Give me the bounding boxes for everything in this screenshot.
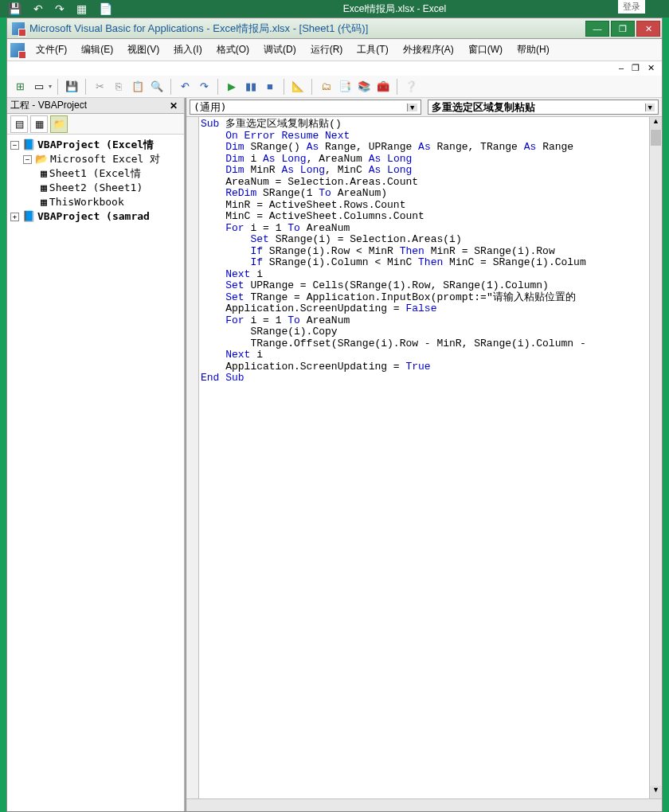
qat-icon[interactable]: 📄: [99, 2, 112, 15]
horizontal-scrollbar[interactable]: [186, 798, 662, 811]
tree-thisworkbook[interactable]: ThisWorkbook: [49, 195, 124, 209]
menu-addins[interactable]: 外接程序(A): [397, 40, 460, 60]
view-object-icon[interactable]: ▦: [30, 115, 48, 133]
project-close-icon[interactable]: ✕: [166, 100, 181, 111]
menu-debug[interactable]: 调试(D): [257, 40, 303, 60]
titlebar: Microsoft Visual Basic for Applications …: [7, 18, 662, 39]
undo-icon[interactable]: ↶: [177, 79, 193, 95]
qat-icon[interactable]: ▦: [76, 2, 87, 15]
menu-help[interactable]: 帮助(H): [511, 40, 556, 60]
sheet-icon: ▦: [41, 181, 47, 195]
minimize-button[interactable]: —: [585, 21, 609, 37]
save-icon[interactable]: 💾: [64, 79, 80, 95]
break-icon[interactable]: ▮▮: [243, 79, 259, 95]
code-margin: [186, 117, 199, 811]
reset-icon[interactable]: ■: [262, 79, 278, 95]
tree-project-1[interactable]: VBAProject (Excel情: [37, 138, 154, 152]
menu-insert[interactable]: 插入(I): [167, 40, 208, 60]
vba-window: Microsoft Visual Basic for Applications …: [6, 18, 663, 812]
folder-icon: 📂: [35, 152, 48, 166]
tree-sheet2[interactable]: Sheet2 (Sheet1): [49, 181, 143, 195]
project-tree[interactable]: −📘VBAProject (Excel情 −📂Microsoft Excel 对…: [7, 135, 184, 811]
project-title-text: 工程 - VBAProject: [10, 99, 87, 112]
mdi-controls: – ❐ ✕: [616, 63, 657, 73]
toggle-folders-icon[interactable]: 📁: [50, 115, 68, 133]
toolbar: ⊞ ▭▾ 💾 ✂ ⎘ 📋 🔍 ↶ ↷ ▶ ▮▮ ■ 📐 🗂 📑 📚 🧰 ❔: [7, 76, 662, 98]
project-icon: 📘: [22, 209, 35, 224]
project-explorer: 工程 - VBAProject ✕ ▤ ▦ 📁 −📘VBAProject (Ex…: [7, 98, 186, 811]
tree-sheet1[interactable]: Sheet1 (Excel情: [49, 166, 141, 181]
excel-title: Excel情报局.xlsx - Excel: [128, 2, 661, 16]
code-editor[interactable]: Sub 多重选定区域复制粘贴() On Error Resume Next Di…: [186, 117, 662, 811]
login-button[interactable]: 登录: [618, 0, 645, 14]
code-text[interactable]: Sub 多重选定区域复制粘贴() On Error Resume Next Di…: [201, 119, 649, 798]
tree-project-2[interactable]: VBAProject (samrad: [37, 209, 150, 224]
project-panel-title: 工程 - VBAProject ✕: [7, 98, 184, 114]
window-title: Microsoft Visual Basic for Applications …: [29, 21, 368, 36]
object-dropdown-value: (通用): [194, 100, 227, 115]
tree-collapse-icon[interactable]: −: [10, 141, 19, 150]
redo-icon[interactable]: ↷: [196, 79, 212, 95]
project-icon: 📘: [22, 138, 35, 152]
qat-redo-icon[interactable]: ↷: [55, 2, 65, 15]
menu-run[interactable]: 运行(R): [304, 40, 350, 60]
procedure-dropdown-value: 多重选定区域复制粘贴: [432, 100, 535, 115]
view-code-icon[interactable]: ▤: [10, 115, 28, 133]
sheet-icon: ▦: [41, 166, 47, 181]
scroll-thumb[interactable]: [651, 130, 661, 146]
mdi-minimize[interactable]: –: [616, 63, 626, 73]
vba-app-icon: [12, 22, 25, 35]
scroll-down-icon[interactable]: ▼: [650, 786, 662, 798]
menu-view[interactable]: 视图(V): [121, 40, 166, 60]
mdi-close[interactable]: ✕: [645, 63, 657, 73]
tree-folder-excel-objects[interactable]: Microsoft Excel 对: [50, 152, 160, 166]
vba-menu-icon: [10, 43, 25, 57]
menu-window[interactable]: 窗口(W): [462, 40, 509, 60]
help-icon[interactable]: ❔: [403, 79, 419, 95]
properties-icon[interactable]: 📑: [337, 79, 353, 95]
menu-format[interactable]: 格式(O): [210, 40, 256, 60]
cut-icon[interactable]: ✂: [92, 79, 108, 95]
qat-undo-icon[interactable]: ↶: [33, 2, 43, 15]
menu-edit[interactable]: 编辑(E): [75, 40, 119, 60]
insert-form-icon[interactable]: ▭: [31, 79, 47, 95]
menubar: 文件(F) 编辑(E) 视图(V) 插入(I) 格式(O) 调试(D) 运行(R…: [7, 39, 662, 61]
view-excel-icon[interactable]: ⊞: [12, 79, 28, 95]
find-icon[interactable]: 🔍: [149, 79, 165, 95]
procedure-dropdown[interactable]: 多重选定区域复制粘贴▼: [428, 100, 659, 115]
scroll-up-icon[interactable]: ▲: [650, 117, 662, 130]
menu-file[interactable]: 文件(F): [29, 40, 73, 60]
workbook-icon: ▦: [41, 195, 47, 209]
chevron-down-icon[interactable]: ▼: [645, 103, 655, 111]
design-mode-icon[interactable]: 📐: [290, 79, 306, 95]
code-panel: (通用)▼ 多重选定区域复制粘贴▼ Sub 多重选定区域复制粘贴() On Er…: [186, 98, 662, 811]
run-icon[interactable]: ▶: [224, 79, 240, 95]
excel-ribbon-bg: 💾 ↶ ↷ ▦ 📄 Excel情报局.xlsx - Excel 登录: [0, 0, 669, 18]
chevron-down-icon[interactable]: ▼: [407, 103, 417, 111]
object-dropdown[interactable]: (通用)▼: [190, 100, 421, 115]
tree-collapse-icon[interactable]: −: [23, 155, 32, 164]
project-toolbar: ▤ ▦ 📁: [7, 114, 184, 135]
menu-tools[interactable]: 工具(T): [350, 40, 394, 60]
paste-icon[interactable]: 📋: [130, 79, 146, 95]
object-browser-icon[interactable]: 📚: [356, 79, 372, 95]
maximize-button[interactable]: ❐: [611, 21, 635, 37]
toolbox-icon[interactable]: 🧰: [375, 79, 391, 95]
copy-icon[interactable]: ⎘: [111, 79, 127, 95]
mdi-restore[interactable]: ❐: [629, 63, 642, 73]
project-explorer-icon[interactable]: 🗂: [318, 79, 334, 95]
close-button[interactable]: ✕: [636, 21, 660, 37]
vertical-scrollbar[interactable]: ▲ ▼: [649, 117, 662, 798]
qat-save-icon[interactable]: 💾: [8, 2, 22, 15]
tree-expand-icon[interactable]: +: [10, 213, 19, 221]
